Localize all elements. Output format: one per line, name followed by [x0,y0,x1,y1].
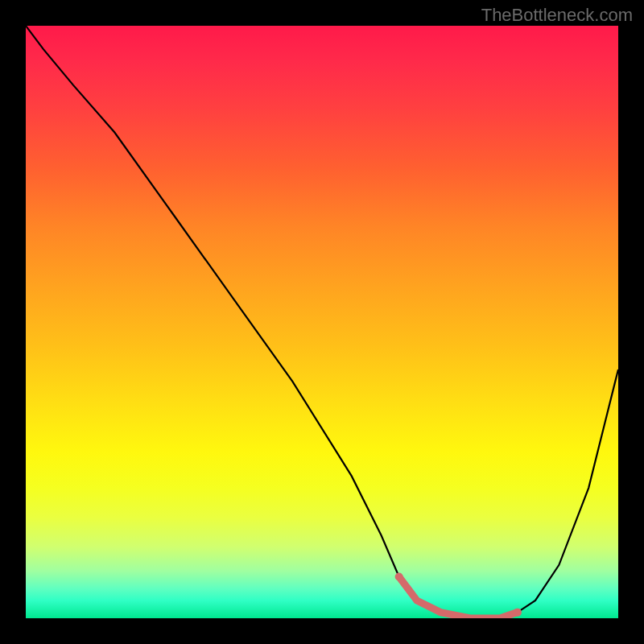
highlight-start-dot [395,572,403,580]
optimal-range-highlight [399,577,518,619]
watermark-text: TheBottleneck.com [481,5,633,26]
chart-svg [26,26,618,618]
highlight-end-dot [514,609,522,617]
bottleneck-curve [26,26,618,618]
plot-area [26,26,618,618]
